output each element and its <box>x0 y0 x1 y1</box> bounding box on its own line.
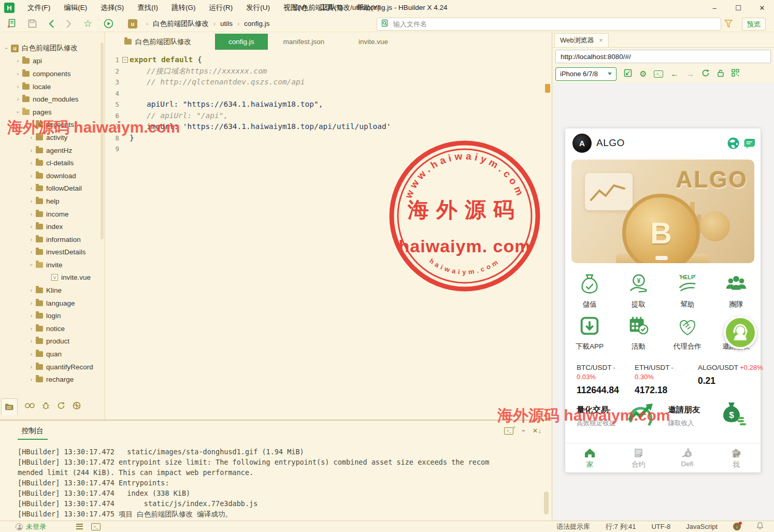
promo-quant-trading[interactable]: 量化交易 高效穩定收益 <box>571 396 663 438</box>
ticker-btc[interactable]: BTC/USDT-0.03% 112644.84 <box>565 363 623 396</box>
tab-config-js[interactable]: config.js <box>215 34 268 50</box>
chevron-right-icon[interactable]: › <box>28 211 35 217</box>
web-browser-tab[interactable]: Web浏览器 × <box>554 33 609 47</box>
tree-item-accounts[interactable]: ›accounts <box>0 119 105 132</box>
nav-contract[interactable]: 合约 <box>614 443 663 472</box>
action-agent[interactable]: 代理合作 <box>663 309 712 351</box>
qr-code-icon[interactable] <box>732 69 739 79</box>
chevron-right-icon[interactable]: › <box>28 249 35 255</box>
url-input[interactable] <box>555 50 771 63</box>
tree-item-investDetails[interactable]: ›investDetails <box>0 246 105 259</box>
fold-icon[interactable]: − <box>122 57 128 63</box>
nav-profile[interactable]: 我 <box>712 443 761 472</box>
chevron-right-icon[interactable]: › <box>28 148 35 153</box>
chevron-right-icon[interactable]: › <box>28 160 35 166</box>
tree-item-root[interactable]: ›u白色前端团队修改 <box>0 42 105 55</box>
tree-item-locale[interactable]: ›locale <box>0 80 105 93</box>
promo-invite-friends[interactable]: 邀請朋友 賺取收入 $ <box>663 396 755 438</box>
device-selector[interactable]: iPhone 6/7/8 <box>555 67 617 81</box>
chevron-right-icon[interactable]: › <box>28 287 35 293</box>
tree-item-index[interactable]: ›index <box>0 220 105 233</box>
chevron-right-icon[interactable]: › <box>28 364 35 370</box>
chevron-right-icon[interactable]: › <box>28 326 35 332</box>
ticker-eth[interactable]: ETH/USDT-0.30% 4172.18 <box>623 363 686 396</box>
new-terminal-icon[interactable]: >_ <box>504 427 513 435</box>
tree-item-invite-vue[interactable]: ›Vinvite.vue <box>0 271 105 284</box>
action-activity[interactable]: 活動 <box>614 309 663 351</box>
tree-item-cl-details[interactable]: ›cl-details <box>0 156 105 169</box>
chevron-right-icon[interactable]: › <box>28 173 35 179</box>
menu-item-run[interactable]: 运行(R) <box>203 0 240 16</box>
lock-icon[interactable] <box>717 69 724 79</box>
close-tab-icon[interactable]: × <box>599 37 603 44</box>
chevron-right-icon[interactable]: › <box>28 185 35 191</box>
tree-item-language[interactable]: ›language <box>0 297 105 310</box>
chat-icon[interactable] <box>743 137 756 151</box>
project-label[interactable]: 白色前端团队修改 <box>123 37 191 47</box>
new-file-button[interactable]: + <box>7 19 17 28</box>
menu-item-publish[interactable]: 发行(U) <box>239 0 277 16</box>
files-tab[interactable] <box>1 398 18 415</box>
tree-scrollbar[interactable] <box>101 42 104 239</box>
search-input[interactable] <box>393 20 721 28</box>
update-download-icon[interactable]: ↓ <box>733 523 741 530</box>
action-deposit[interactable]: 儲值 <box>565 267 614 309</box>
forward-button[interactable] <box>66 19 72 28</box>
sync-tab[interactable] <box>57 401 65 412</box>
action-help[interactable]: HELP 幫助 <box>663 267 712 309</box>
menu-item-select[interactable]: 选择(S) <box>94 0 131 16</box>
tree-item-invite[interactable]: ›invite <box>0 258 105 271</box>
tree-item-recharge[interactable]: ›recharge <box>0 373 105 386</box>
tree-item-product[interactable]: ›product <box>0 335 105 348</box>
chevron-right-icon[interactable]: › <box>28 351 35 357</box>
filter-funnel-icon[interactable] <box>724 19 733 30</box>
chevron-right-icon[interactable]: › <box>28 198 35 204</box>
settings-gear-icon[interactable]: ⚙ <box>639 69 647 79</box>
menu-item-file[interactable]: 文件(F) <box>21 0 57 16</box>
back-button[interactable] <box>48 19 54 28</box>
chevron-down-icon[interactable]: › <box>15 109 21 116</box>
browser-forward-icon[interactable]: → <box>686 69 694 79</box>
action-download-app[interactable]: 下載APP <box>565 309 614 351</box>
menu-item-goto[interactable]: 跳转(G) <box>165 0 203 16</box>
open-external-icon[interactable] <box>624 69 632 79</box>
login-status[interactable]: 未登录 <box>26 522 46 531</box>
terminal-icon[interactable]: >_ <box>91 523 101 530</box>
browser-back-icon[interactable]: ← <box>670 69 679 79</box>
customer-service-button[interactable] <box>724 316 757 349</box>
console-tab[interactable]: 控制台 <box>18 426 48 440</box>
menu-item-edit[interactable]: 编辑(E) <box>57 0 94 16</box>
search-tab[interactable] <box>25 402 35 411</box>
tree-item-followDetail[interactable]: ›followDetail <box>0 182 105 195</box>
chevron-right-icon[interactable]: › <box>15 84 21 90</box>
banner-carousel[interactable]: B ALGO <box>571 160 754 263</box>
tree-item-node-modules[interactable]: ›node_modules <box>0 93 105 106</box>
notification-bell-icon[interactable] <box>756 522 764 531</box>
breadcrumb-folder[interactable]: utils <box>220 20 233 27</box>
maximize-button[interactable]: ☐ <box>726 0 750 16</box>
tree-item-income[interactable]: ›income <box>0 208 105 221</box>
outline-icon[interactable] <box>76 524 83 529</box>
nav-home[interactable]: 家 <box>565 443 614 472</box>
chevron-right-icon[interactable]: › <box>28 300 35 306</box>
chevron-right-icon[interactable]: › <box>15 58 21 64</box>
tree-item-activity[interactable]: ›activity <box>0 131 105 144</box>
tree-item-api[interactable]: ›api <box>0 55 105 68</box>
save-button[interactable] <box>28 19 37 28</box>
action-withdraw[interactable]: ¥ 提取 <box>614 267 663 309</box>
tree-item-login[interactable]: ›login <box>0 309 105 322</box>
debug-tab[interactable] <box>42 401 50 412</box>
tree-item-help[interactable]: ›help <box>0 195 105 208</box>
plugins-tab[interactable] <box>73 401 81 412</box>
encoding-status[interactable]: UTF-8 <box>651 523 670 530</box>
chevron-right-icon[interactable]: › <box>28 338 35 344</box>
editor-scrollbar[interactable] <box>545 84 550 93</box>
refresh-icon[interactable] <box>701 69 710 79</box>
file-search-box[interactable] <box>377 18 721 31</box>
language-globe-icon[interactable] <box>727 137 740 152</box>
action-team[interactable]: 團隊 <box>712 267 761 309</box>
tab-manifest-json[interactable]: manifest.json <box>270 34 338 50</box>
chevron-right-icon[interactable]: › <box>28 135 35 140</box>
cursor-position[interactable]: 行:7 列:41 <box>606 522 636 531</box>
chevron-right-icon[interactable]: › <box>28 122 35 127</box>
